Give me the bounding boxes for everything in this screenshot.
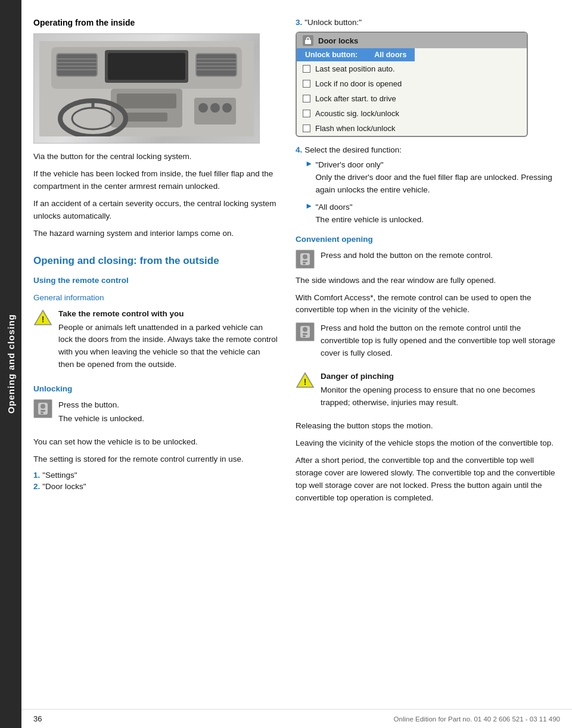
svg-rect-18 bbox=[126, 113, 167, 122]
svg-rect-3 bbox=[108, 53, 185, 80]
screen-ui: Door locks Unlock button: All doors Last… bbox=[296, 32, 528, 137]
convenient-step1-box: Press and hold the button on the remote … bbox=[296, 250, 558, 269]
bullet1-desc: Only the driver's door and the fuel fill… bbox=[315, 173, 552, 194]
svg-rect-39 bbox=[303, 263, 306, 265]
checkbox-3 bbox=[303, 95, 310, 102]
step-1: 1. "Settings" bbox=[33, 471, 278, 480]
triangle-danger-icon: ! bbox=[296, 371, 315, 390]
checkbox-5 bbox=[303, 125, 310, 132]
svg-rect-32 bbox=[41, 412, 43, 414]
para-release: Releasing the button stops the motion. bbox=[296, 420, 558, 433]
unlocking-step1: Press the button. bbox=[58, 399, 144, 412]
bullet-arrow-1: ► bbox=[305, 159, 313, 168]
step1-num: 1. bbox=[33, 471, 40, 480]
danger-desc: Monitor the opening process to ensure th… bbox=[321, 384, 558, 409]
para2: If the vehicle has been locked from insi… bbox=[33, 168, 278, 193]
para-final: After a short period, the convertible to… bbox=[296, 455, 558, 505]
bullet1-title: "Driver's door only" bbox=[315, 160, 383, 169]
step3-text: "Unlock button:" bbox=[304, 18, 362, 27]
general-info-title: General information bbox=[33, 293, 278, 302]
para5: You can set how the vehicle is to be unl… bbox=[33, 436, 278, 449]
warning-bold-line1: Take the remote control with you bbox=[58, 309, 184, 318]
screen-row-5: Flash when lock/unlock bbox=[297, 121, 527, 136]
screen-row-1: Last seat position auto. bbox=[297, 61, 527, 76]
unlocking-step2: The vehicle is unlocked. bbox=[58, 413, 144, 425]
car-dashboard-image bbox=[33, 33, 260, 144]
key-remote-icon-2 bbox=[296, 250, 315, 269]
para3: If an accident of a certain severity occ… bbox=[33, 198, 278, 223]
para4: The hazard warning system and interior l… bbox=[33, 228, 278, 240]
svg-point-23 bbox=[198, 103, 208, 113]
convenient-step2-box: Press and hold the button on the remote … bbox=[296, 322, 558, 365]
danger-title-text: Danger of pinching bbox=[321, 372, 394, 381]
step1-text: "Settings" bbox=[42, 471, 77, 480]
svg-rect-43 bbox=[303, 333, 307, 335]
right-column: 3. "Unlock button:" Door locks Unlock bu… bbox=[290, 18, 558, 509]
sidebar-tab: Opening and closing bbox=[0, 0, 21, 728]
danger-box: ! Danger of pinching Monitor the opening… bbox=[296, 371, 558, 414]
unlocking-steps: Press the button. The vehicle is unlocke… bbox=[58, 399, 144, 430]
convenient-opening-title: Convenient opening bbox=[296, 235, 558, 244]
bullet-item-2: ► "All doors" The entire vehicle is unlo… bbox=[305, 201, 558, 226]
svg-rect-34 bbox=[307, 38, 310, 41]
screen-top-row: Unlock button: All doors bbox=[297, 48, 527, 61]
screen-row3-label: Lock after start. to drive bbox=[315, 94, 396, 103]
step3-num: 3. bbox=[296, 18, 302, 27]
svg-rect-11 bbox=[197, 54, 236, 76]
checkbox-2 bbox=[303, 80, 310, 88]
svg-rect-31 bbox=[41, 410, 45, 412]
bullet1-content: "Driver's door only" Only the driver's d… bbox=[315, 159, 558, 197]
key-remote-icon bbox=[33, 399, 52, 418]
screen-row-3: Lock after start. to drive bbox=[297, 91, 527, 106]
step-2: 2. "Door locks" bbox=[33, 482, 278, 491]
svg-point-37 bbox=[303, 254, 307, 259]
screen-row-2: Lock if no door is opened bbox=[297, 76, 527, 91]
subsection1-title: Using the remote control bbox=[33, 276, 278, 285]
screen-all-doors-btn: All doors bbox=[366, 48, 415, 61]
unlocking-box: Press the button. The vehicle is unlocke… bbox=[33, 399, 278, 430]
svg-rect-44 bbox=[303, 335, 306, 337]
step2-text: "Door locks" bbox=[42, 482, 86, 491]
screen-header: Door locks bbox=[297, 33, 527, 48]
left-column: Operating from the inside bbox=[33, 18, 290, 509]
step-4: 4. Select the desired function: bbox=[296, 145, 558, 154]
convenient-step2-para: Press and hold the button on the remote … bbox=[321, 322, 558, 360]
step4-num: 4. bbox=[296, 145, 302, 154]
para1: Via the button for the central locking s… bbox=[33, 151, 278, 163]
danger-text: Danger of pinching Monitor the opening p… bbox=[321, 371, 558, 414]
section1-title: Operating from the inside bbox=[33, 18, 278, 27]
sidebar-label: Opening and closing bbox=[6, 314, 16, 413]
convenient-step2-text: Press and hold the button on the remote … bbox=[321, 322, 558, 365]
warning-text-general: Take the remote control with you People … bbox=[58, 308, 278, 377]
footer-bar: 36 Online Edition for Part no. 01 40 2 6… bbox=[21, 709, 572, 728]
screen-row1-label: Last seat position auto. bbox=[315, 64, 395, 73]
screen-door-locks-label: Door locks bbox=[318, 36, 358, 45]
svg-text:!: ! bbox=[304, 377, 307, 387]
svg-text:!: ! bbox=[42, 315, 45, 324]
warning-text-line2: People or animals left unattended in a p… bbox=[58, 322, 278, 372]
convenient-para2: With Comfort Access*, the remote control… bbox=[296, 292, 558, 317]
bullet-arrow-2: ► bbox=[305, 201, 313, 210]
para-leaving: Leaving the vicinity of the vehicle stop… bbox=[296, 437, 558, 450]
svg-point-24 bbox=[210, 103, 220, 113]
unlocking-title: Unlocking bbox=[33, 384, 278, 393]
screen-row5-label: Flash when lock/unlock bbox=[315, 124, 395, 133]
step4-text: Select the desired function: bbox=[304, 145, 402, 154]
step-3: 3. "Unlock button:" bbox=[296, 18, 558, 27]
svg-rect-38 bbox=[303, 260, 307, 262]
bullet2-title: "All doors" bbox=[315, 203, 352, 211]
bullet2-content: "All doors" The entire vehicle is unlock… bbox=[315, 201, 424, 226]
bullet-item-1: ► "Driver's door only" Only the driver's… bbox=[305, 159, 558, 197]
convenient-step1-para: Press and hold the button on the remote … bbox=[321, 250, 493, 262]
svg-rect-17 bbox=[117, 94, 176, 108]
svg-point-25 bbox=[222, 103, 232, 113]
warning-box-general: ! Take the remote control with you Peopl… bbox=[33, 308, 278, 377]
convenient-para1: The side windows and the rear window are… bbox=[296, 275, 558, 287]
screen-row4-label: Acoustic sig. lock/unlock bbox=[315, 109, 399, 118]
section2-title: Opening and closing: from the outside bbox=[33, 254, 278, 267]
screen-row2-label: Lock if no door is opened bbox=[315, 79, 402, 88]
checkbox-4 bbox=[303, 110, 310, 117]
bullet2-desc: The entire vehicle is unlocked. bbox=[315, 215, 424, 224]
key-remote-icon-3 bbox=[296, 322, 315, 341]
footer-text: Online Edition for Part no. 01 40 2 606 … bbox=[394, 715, 560, 723]
